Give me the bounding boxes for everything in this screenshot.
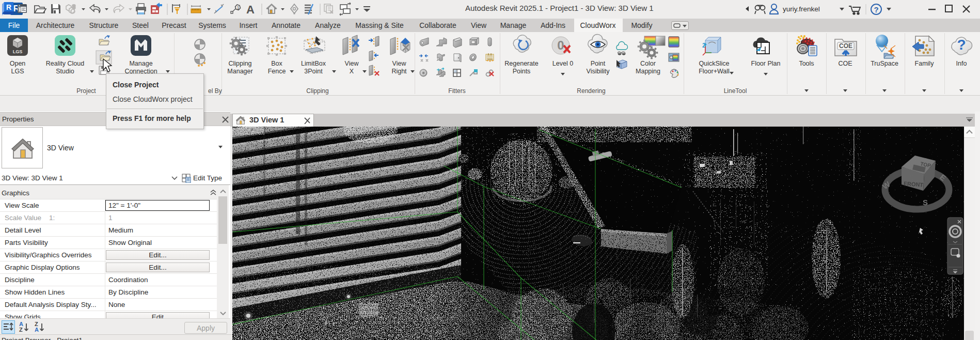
svg-text:?: ?	[874, 5, 878, 14]
svg-text:Z: Z	[19, 327, 23, 333]
svg-text:S: S	[923, 198, 928, 207]
svg-text:A: A	[246, 3, 255, 16]
svg-text:?: ?	[957, 37, 966, 53]
svg-text:R: R	[6, 3, 11, 11]
svg-text:LGS: LGS	[13, 49, 23, 54]
svg-text:0: 0	[557, 38, 564, 52]
svg-text:A: A	[35, 327, 39, 333]
svg-text:COE: COE	[839, 42, 852, 50]
svg-text:1: 1	[237, 5, 240, 10]
